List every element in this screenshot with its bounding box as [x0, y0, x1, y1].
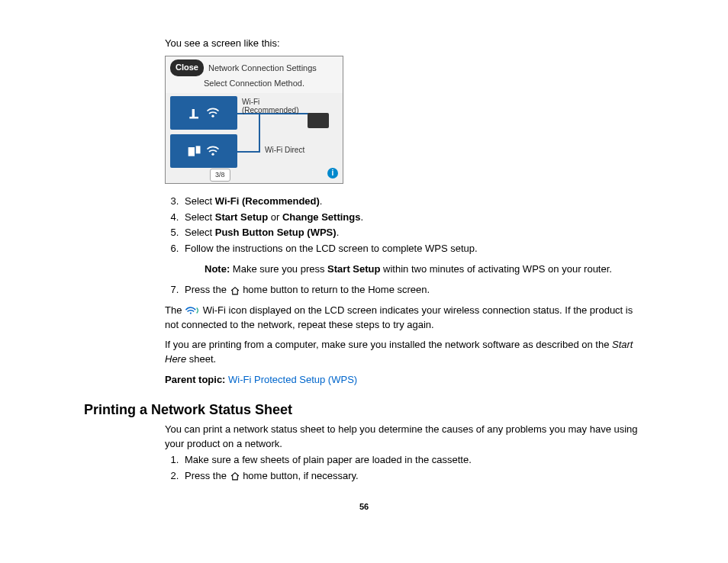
step-3: Select Wi-Fi (Recommended). — [182, 195, 644, 209]
svg-rect-3 — [188, 147, 195, 156]
step-6: Follow the instructions on the LCD scree… — [182, 242, 644, 277]
printer-icon — [308, 113, 329, 128]
note-block: Note: Make sure you press Start Setup wi… — [205, 262, 644, 277]
section-heading: Printing a Network Status Sheet — [84, 400, 644, 420]
svg-point-2 — [211, 114, 214, 117]
wifi-recommended-label: Wi-Fi (Recommended) — [242, 98, 298, 114]
steps-list-a: Select Wi-Fi (Recommended). Select Start… — [165, 195, 644, 298]
svg-rect-1 — [189, 117, 198, 119]
intro-text: You see a screen like this: — [165, 37, 644, 51]
lcd-screenshot: Close Network Connection Settings Select… — [165, 56, 343, 184]
step-7: Press the home button to return to the H… — [182, 283, 644, 298]
wifi-direct-tile — [170, 134, 237, 168]
section2-steps: Make sure a few sheets of plain paper ar… — [165, 453, 644, 484]
wifi-icon — [205, 105, 221, 121]
section-intro: You can print a network status sheet to … — [165, 423, 644, 452]
wifi-recommended-tile — [170, 96, 237, 130]
wifi-status-icon — [185, 305, 200, 316]
install-software-paragraph: If you are printing from a computer, mak… — [165, 338, 644, 367]
section2-step-1: Make sure a few sheets of plain paper ar… — [182, 453, 644, 468]
home-icon — [230, 286, 240, 295]
svg-point-6 — [190, 313, 192, 314]
home-icon — [230, 471, 240, 481]
figure-title: Network Connection Settings — [208, 63, 317, 72]
router-icon — [187, 105, 202, 121]
step-5: Select Push Button Setup (WPS). — [182, 226, 644, 240]
devices-icon — [187, 143, 202, 159]
svg-point-5 — [211, 153, 214, 155]
info-icon: i — [327, 168, 338, 179]
pager-badge: 3/8 — [210, 169, 230, 182]
svg-rect-4 — [196, 146, 201, 153]
close-button: Close — [170, 60, 204, 76]
section2-step-2: Press the home button, if necessary. — [182, 469, 644, 484]
wifi-direct-label: Wi-Fi Direct — [265, 145, 304, 156]
wifi-icon — [205, 143, 221, 159]
parent-topic-link[interactable]: Wi-Fi Protected Setup (WPS) — [228, 374, 357, 385]
step-4: Select Start Setup or Change Settings. — [182, 211, 644, 225]
page-number: 56 — [84, 501, 644, 513]
parent-topic: Parent topic: Wi-Fi Protected Setup (WPS… — [165, 373, 644, 388]
figure-subtitle: Select Connection Method. — [166, 76, 343, 93]
svg-rect-0 — [192, 109, 195, 118]
wifi-status-paragraph: The Wi-Fi icon displayed on the LCD scre… — [165, 304, 644, 333]
